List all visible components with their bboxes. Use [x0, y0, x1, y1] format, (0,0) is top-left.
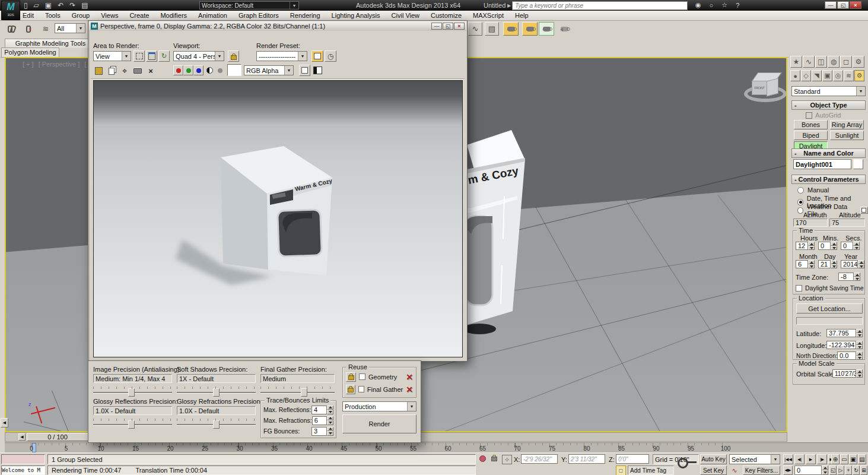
- motion-tab-icon[interactable]: ◍: [828, 56, 840, 68]
- rendered-frame-window[interactable]: M Perspective, frame 0, Display Gamma: 2…: [88, 20, 468, 362]
- space-warps-icon[interactable]: ≋: [844, 70, 854, 81]
- undo-icon[interactable]: ↶: [58, 1, 63, 10]
- search-icon[interactable]: ◉: [695, 1, 701, 9]
- project-folder-icon[interactable]: ▤: [81, 1, 88, 10]
- render-setup-button[interactable]: [503, 22, 519, 36]
- slider-handle[interactable]: [128, 420, 135, 429]
- current-frame-field[interactable]: 0: [794, 466, 822, 475]
- copy-image-button[interactable]: [106, 66, 117, 76]
- month-field[interactable]: 6: [796, 260, 808, 268]
- manual-radio[interactable]: [797, 187, 804, 194]
- split-channel-button[interactable]: [312, 65, 323, 76]
- clear-color-swatch[interactable]: [227, 64, 241, 76]
- selection-set-dropdown[interactable]: Selected▼: [729, 454, 780, 464]
- pan-icon[interactable]: +: [845, 466, 852, 475]
- latitude-field[interactable]: 37.795: [826, 329, 856, 337]
- restore-button[interactable]: ◱: [837, 1, 849, 9]
- clear-image-button[interactable]: ×: [145, 66, 156, 76]
- rfw-title-bar[interactable]: M Perspective, frame 0, Display Gamma: 2…: [89, 21, 466, 31]
- app-logo[interactable]: M 3DS: [1, 1, 20, 20]
- geometry-icon[interactable]: ●: [790, 70, 800, 81]
- glossy-reflections-slider[interactable]: [93, 417, 172, 427]
- longitude-field[interactable]: -122.394: [826, 341, 856, 349]
- zoom-all-icon[interactable]: ▤: [858, 454, 866, 464]
- secs-spinner[interactable]: [853, 242, 860, 250]
- menu-item[interactable]: Help: [515, 12, 529, 19]
- key-mode-toggle[interactable]: ◀▶: [783, 466, 793, 475]
- weather-setup-button[interactable]: [860, 207, 868, 214]
- help-icon[interactable]: ?: [736, 2, 739, 9]
- new-key-curve-icon[interactable]: ∿: [729, 466, 740, 475]
- orbit-icon[interactable]: ↻: [853, 466, 860, 475]
- modify-tab-icon[interactable]: ∿: [803, 56, 815, 68]
- workspace-selector[interactable]: Workspace: Default ▼: [199, 1, 299, 10]
- viewcube[interactable]: FRONT: [740, 66, 787, 106]
- object-type-button[interactable]: Biped: [794, 131, 828, 140]
- menu-item[interactable]: Civil View: [392, 12, 419, 19]
- timezone-field[interactable]: -8: [838, 273, 854, 281]
- viewcube-side-face[interactable]: [767, 78, 778, 97]
- add-time-tag[interactable]: Add Time Tag: [628, 466, 674, 475]
- trace-limit-input[interactable]: 4: [311, 406, 327, 414]
- viewport-lock-button[interactable]: [228, 50, 239, 62]
- favorites-icon[interactable]: ☆: [721, 1, 727, 9]
- hours-spinner[interactable]: [808, 242, 815, 250]
- minimize-button[interactable]: —: [825, 1, 837, 9]
- subscription-icon[interactable]: ○: [710, 2, 714, 9]
- menu-item[interactable]: Modifiers: [160, 12, 187, 19]
- isolate-selection-icon[interactable]: [479, 455, 486, 462]
- environment-effects-button[interactable]: ◷: [325, 50, 336, 62]
- rfw-restore-button[interactable]: ◱: [443, 23, 453, 30]
- zoom-icon[interactable]: ⊕: [831, 454, 840, 464]
- object-type-button[interactable]: Sunlight: [830, 131, 864, 140]
- slider-handle[interactable]: [301, 388, 307, 397]
- select-and-link-icon[interactable]: [5, 24, 18, 34]
- control-params-rollout-header[interactable]: -Control Parameters: [791, 175, 866, 184]
- image-precision-slider[interactable]: [93, 385, 172, 395]
- soft-shadows-slider[interactable]: [177, 385, 256, 395]
- north-direction-field[interactable]: 0.0: [837, 352, 856, 360]
- render-preset-dropdown[interactable]: -----------------▼: [256, 51, 307, 61]
- menu-item[interactable]: Group: [72, 12, 90, 19]
- new-scene-icon[interactable]: ▯: [24, 1, 28, 10]
- zoom-region-icon[interactable]: ◱: [829, 466, 837, 475]
- render-setup-dialog-button[interactable]: [311, 50, 323, 62]
- spinner[interactable]: [327, 427, 333, 436]
- print-image-button[interactable]: [132, 66, 143, 76]
- search-input[interactable]: [512, 1, 688, 10]
- field-of-view-icon[interactable]: ▷: [837, 466, 844, 475]
- transform-type-in-icon[interactable]: ⊹: [502, 455, 512, 464]
- rfw-close-button[interactable]: ×: [454, 23, 465, 30]
- delete-file-icon[interactable]: ✕: [406, 372, 413, 382]
- unlink-selection-icon[interactable]: ×: [23, 24, 36, 34]
- menu-item[interactable]: Customize: [431, 12, 462, 19]
- lights-icon[interactable]: ◥: [812, 70, 822, 81]
- redo-icon[interactable]: ↷: [69, 1, 75, 10]
- mins-field[interactable]: 0: [818, 242, 831, 250]
- viewcube-front-face[interactable]: FRONT: [752, 81, 767, 95]
- weather-radio[interactable]: [797, 207, 803, 214]
- isolate-toggle-button[interactable]: ▢: [616, 466, 626, 475]
- zoom-extents-selected-icon[interactable]: ▣: [849, 454, 857, 464]
- year-spinner[interactable]: [858, 260, 864, 268]
- save-file-icon[interactable]: ▣: [45, 1, 52, 10]
- viewport-select-dropdown[interactable]: Quad 4 - Perspec▼: [173, 51, 224, 61]
- object-type-rollout-header[interactable]: -Object Type: [791, 100, 866, 110]
- viewport-general-menu[interactable]: [ + ]: [23, 61, 34, 68]
- previous-frame-icon[interactable]: ◀|: [794, 454, 805, 464]
- clone-window-button[interactable]: ❖: [119, 66, 130, 76]
- open-file-icon[interactable]: ▱: [34, 1, 39, 10]
- trace-limit-input[interactable]: 6: [312, 416, 328, 425]
- dst-checkbox[interactable]: [796, 285, 802, 292]
- z-coordinate-field[interactable]: 0'0": [616, 454, 649, 464]
- hierarchy-tab-icon[interactable]: ◫: [815, 56, 827, 68]
- key-filters-button[interactable]: Key Filters...: [743, 466, 780, 475]
- menu-item[interactable]: Rendering: [290, 12, 320, 19]
- spinner[interactable]: [327, 416, 333, 425]
- slider-handle[interactable]: [128, 388, 135, 397]
- name-color-rollout-header[interactable]: -Name and Color: [791, 148, 866, 158]
- reuse-checkbox[interactable]: [359, 373, 365, 380]
- longitude-spinner[interactable]: [856, 341, 863, 349]
- menu-item[interactable]: Edit: [23, 12, 34, 19]
- channel-display-dropdown[interactable]: RGB Alpha▼: [244, 65, 294, 75]
